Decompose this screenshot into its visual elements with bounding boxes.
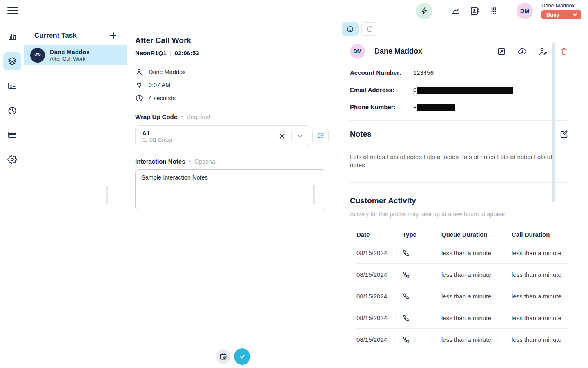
email-address-row: Email Address: c [350,86,569,94]
clear-x-icon[interactable] [278,132,286,140]
topbar-divider [508,6,508,16]
activity-call-duration: less than a minute [512,336,569,343]
tree-view-icon [316,132,325,141]
col-type: Type [403,231,441,238]
schedule-button[interactable] [216,349,231,364]
nav-analytics[interactable] [3,28,21,46]
activity-date: 08/15/2024 [356,249,403,256]
redaction-bar [417,104,455,111]
phone-icon [403,271,441,278]
status-dropdown[interactable]: Busy [541,10,581,19]
detail-panel-scrollbar[interactable] [552,43,555,202]
open-external-button[interactable] [497,47,506,56]
nav-settings[interactable] [3,150,21,168]
activity-call-duration: less than a minute [512,293,569,300]
nav-history[interactable] [3,101,21,119]
notes-title: Notes [350,130,372,139]
nav-window[interactable] [3,126,21,144]
wrap-up-code-select[interactable]: A1 M1 Group [135,125,309,147]
edit-notes-button[interactable] [559,129,569,139]
phone-number-value: + [413,103,455,111]
current-task-panel: Current Task Dane Maddox After Call Work [24,22,127,368]
wrap-up-tree-button[interactable] [312,128,329,144]
wrap-up-group-label: M1 Group [149,137,172,143]
email-address-label: Email Address: [350,86,413,93]
nav-tasks[interactable] [3,52,21,70]
folder-icon [142,137,147,143]
tab-compare[interactable] [361,22,378,36]
acw-timer: 02:06:53 [175,49,199,56]
calendar-clock-icon [219,352,227,361]
activity-call-duration: less than a minute [512,271,569,278]
delete-contact-button[interactable] [559,47,569,56]
analytics-icon [7,32,17,42]
nav-contacts[interactable] [3,77,21,95]
activity-table-header: Date Type Queue Duration Call Duration [356,227,569,242]
activity-date: 08/15/2024 [356,271,403,278]
lightning-icon [420,7,428,15]
activity-row[interactable]: 08/15/2024 less than a minute less than … [356,285,569,307]
section-divider [350,182,569,183]
acw-title: After Call Work [135,36,339,45]
activity-date: 08/15/2024 [356,336,403,343]
activity-row[interactable]: 08/15/2024 less than a minute less than … [356,242,569,264]
col-date: Date [356,231,403,238]
chevron-down-icon [572,12,577,17]
customer-activity-title: Customer Activity [350,196,569,205]
tab-info[interactable] [342,22,359,36]
quick-actions-button[interactable] [416,3,432,19]
user-avatar[interactable]: DM [517,3,533,19]
cloud-download-icon [517,47,527,56]
contact-detail-panel: DM Dane Maddox [339,22,588,368]
download-contact-button[interactable] [517,47,527,56]
line-chart-icon[interactable] [450,6,461,16]
wrap-up-code-label: Wrap Up Code [135,113,177,120]
status-label: Busy [546,12,559,18]
split-circle-icon [366,25,374,33]
edit-note-icon [559,130,568,139]
phone-icon [403,293,441,300]
customer-activity-subtitle: Activity for this profile may take up to… [350,211,569,218]
notes-body: Lots of notes.Lots of notes Lots of note… [350,153,569,169]
activity-row[interactable]: 08/15/2024 less than a minute less than … [356,264,569,285]
layers-icon [7,56,17,66]
gear-icon [7,155,17,164]
activity-call-duration: less than a minute [512,314,569,321]
queue-name: NeonR1Q1 [135,49,167,56]
task-list-item[interactable]: Dane Maddox After Call Work [24,45,127,65]
col-call-duration: Call Duration [512,231,569,238]
contact-book-icon[interactable] [469,6,480,16]
left-nav-rail [0,22,24,368]
activity-row[interactable]: 08/15/2024 less than a minute less than … [356,329,569,350]
select-divider [291,131,292,141]
plug-icon [135,81,143,89]
menu-icon[interactable] [7,6,18,16]
account-number-label: Account Number: [350,69,413,76]
add-task-button[interactable] [109,31,118,40]
edit-contact-button[interactable] [538,47,548,56]
detail-panel-left-scrollbar[interactable] [313,185,315,204]
activity-row[interactable]: 08/15/2024 less than a minute less than … [356,307,569,329]
complete-task-button[interactable] [234,348,250,365]
phone-icon [403,249,441,256]
notes-optional-label: Optional [194,158,216,165]
top-bar: DM Dane Maddox Busy [0,0,588,22]
acw-duration: 4 seconds [149,95,176,101]
window-icon [7,130,17,140]
chevron-down-icon[interactable] [297,133,303,139]
interaction-notes-input[interactable]: Sample Interaction Notes [135,169,325,210]
history-icon [7,105,17,115]
trash-icon [560,47,568,56]
activity-queue-duration: less than a minute [441,314,512,321]
wrap-up-code-value: A1 [142,130,278,137]
acw-panel-scrollbar[interactable] [106,186,108,204]
person-edit-icon [538,47,548,56]
dialpad-icon[interactable] [488,6,499,16]
contact-card-icon [7,81,17,91]
clock-icon [135,94,143,102]
contact-name: Dane Maddox [374,47,422,56]
phone-number-row: Phone Number: + [350,103,569,111]
activity-call-duration: less than a minute [512,249,569,256]
phone-icon [33,51,42,59]
info-icon [346,25,354,33]
